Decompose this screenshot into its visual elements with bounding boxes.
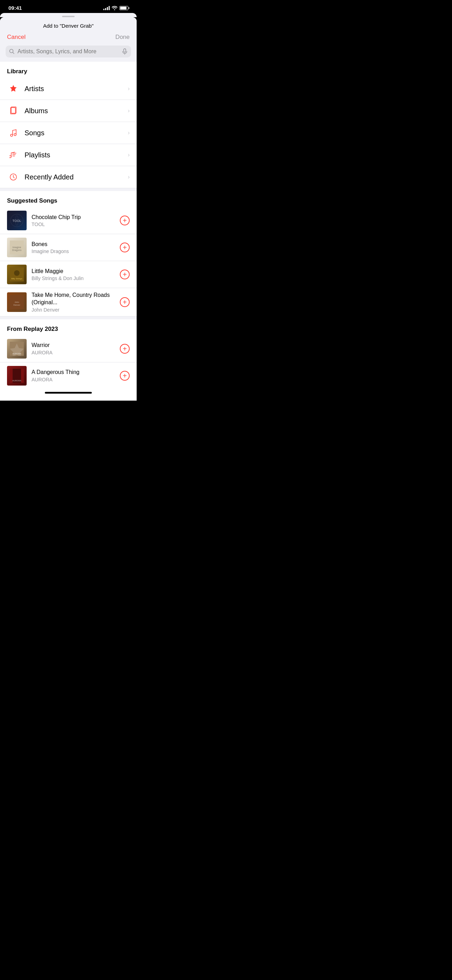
sheet-handle (62, 16, 75, 17)
song-art-little-maggie: Billy Strings (7, 265, 27, 284)
add-song-button[interactable]: + (120, 371, 130, 381)
section-divider (0, 188, 137, 191)
home-bar (45, 392, 92, 394)
svg-text:Imagine: Imagine (13, 246, 21, 249)
song-item-little-maggie[interactable]: Billy Strings Little Maggie Billy String… (0, 261, 137, 288)
svg-text:Billy Strings: Billy Strings (11, 278, 22, 280)
song-item-take-me-home[interactable]: John Denver Take Me Home, Country Roads … (0, 288, 137, 317)
add-song-button[interactable]: + (120, 243, 130, 252)
replay-section-label: From Replay 2023 (0, 319, 137, 336)
svg-text:Dragons: Dragons (12, 249, 22, 252)
chevron-icon: › (128, 174, 130, 180)
song-artist: John Denver (32, 307, 116, 313)
artists-label: Artists (24, 85, 128, 93)
song-artist: AURORA (32, 350, 116, 355)
svg-point-15 (14, 270, 20, 276)
wifi-icon (112, 6, 118, 10)
song-info-warrior: Warrior AURORA (32, 342, 116, 355)
playlists-icon (7, 149, 20, 161)
search-container (0, 46, 137, 62)
song-info-bones: Bones Imagine Dragons (32, 241, 116, 255)
chevron-icon: › (128, 152, 130, 158)
song-title: Little Maggie (32, 268, 116, 275)
artists-icon (7, 83, 20, 95)
song-art-bones: Imagine Dragons (7, 238, 27, 257)
song-item-warrior[interactable]: AURORA Warrior AURORA + (0, 336, 137, 363)
song-title: Warrior (32, 342, 116, 349)
svg-point-2 (12, 87, 14, 89)
signal-bars-icon (103, 6, 110, 10)
chevron-icon: › (128, 108, 130, 114)
song-item-chocolate-chip-trip[interactable]: TOOL Chocolate Chip Trip TOOL + (0, 207, 137, 234)
add-to-playlist-sheet: Add to "Denver Grab" Cancel Done Library (0, 17, 137, 401)
recently-added-icon (7, 171, 20, 183)
search-input[interactable] (18, 48, 119, 55)
song-artist: Billy Strings & Don Julin (32, 275, 116, 281)
add-song-button[interactable]: + (120, 344, 130, 354)
library-item-albums[interactable]: Albums › (0, 100, 137, 122)
status-icons (103, 6, 128, 10)
search-icon (9, 49, 15, 54)
cancel-button[interactable]: Cancel (7, 33, 25, 41)
plus-circle-icon: + (120, 297, 130, 307)
song-art-dangerous-thing: AURORA (7, 366, 27, 385)
plus-circle-icon: + (120, 243, 130, 252)
song-info-little-maggie: Little Maggie Billy Strings & Don Julin (32, 268, 116, 282)
svg-text:AURORA: AURORA (12, 380, 21, 382)
song-item-dangerous-thing[interactable]: AURORA A Dangerous Thing AURORA + (0, 363, 137, 389)
song-art-take-me-home: John Denver (7, 292, 27, 312)
sheet-title: Add to "Denver Grab" (0, 23, 137, 33)
library-item-playlists[interactable]: Playlists › (0, 144, 137, 166)
svg-point-5 (14, 134, 16, 136)
songs-icon (7, 127, 20, 139)
song-title: A Dangerous Thing (32, 369, 116, 376)
content-area: Library Artists › Albums › (0, 62, 137, 389)
plus-circle-icon: + (120, 371, 130, 381)
song-artist: Imagine Dragons (32, 248, 116, 254)
svg-text:TOOL: TOOL (13, 219, 21, 223)
song-item-bones[interactable]: Imagine Dragons Bones Imagine Dragons + (0, 234, 137, 261)
chevron-icon: › (128, 130, 130, 136)
home-indicator (0, 389, 137, 401)
library-item-recently-added[interactable]: Recently Added › (0, 166, 137, 188)
add-song-button[interactable]: + (120, 216, 130, 225)
plus-circle-icon: + (120, 269, 130, 279)
svg-text:Denver: Denver (13, 304, 20, 306)
song-art-warrior: AURORA (7, 339, 27, 359)
svg-text:AURORA: AURORA (12, 353, 21, 355)
svg-rect-1 (124, 49, 126, 52)
add-song-button[interactable]: + (120, 269, 130, 279)
svg-text:John: John (14, 301, 19, 303)
section-divider-2 (0, 317, 137, 319)
time: 09:41 (8, 5, 22, 11)
search-bar[interactable] (6, 46, 131, 57)
suggested-songs-section-label: Suggested Songs (0, 191, 137, 207)
battery-icon (119, 6, 128, 10)
playlists-label: Playlists (24, 151, 128, 159)
song-info-chocolate-chip-trip: Chocolate Chip Trip TOOL (32, 214, 116, 228)
chevron-icon: › (128, 86, 130, 92)
albums-icon (7, 105, 20, 117)
song-title: Bones (32, 241, 116, 248)
library-item-songs[interactable]: Songs › (0, 122, 137, 144)
song-title: Take Me Home, Country Roads (Original... (32, 292, 116, 306)
library-section-label: Library (0, 62, 137, 78)
song-info-take-me-home: Take Me Home, Country Roads (Original...… (32, 292, 116, 313)
song-art-chocolate-chip-trip: TOOL (7, 211, 27, 230)
sheet-handle-area (0, 13, 137, 17)
song-title: Chocolate Chip Trip (32, 214, 116, 221)
microphone-icon[interactable] (122, 48, 127, 55)
song-info-dangerous-thing: A Dangerous Thing AURORA (32, 369, 116, 382)
status-bar: 09:41 (0, 0, 137, 13)
song-artist: AURORA (32, 377, 116, 382)
song-artist: TOOL (32, 221, 116, 227)
add-song-button[interactable]: + (120, 297, 130, 307)
albums-label: Albums (24, 107, 128, 115)
songs-label: Songs (24, 129, 128, 137)
library-item-artists[interactable]: Artists › (0, 78, 137, 100)
sheet-actions: Cancel Done (0, 33, 137, 46)
plus-circle-icon: + (120, 216, 130, 225)
done-button[interactable]: Done (115, 33, 130, 41)
plus-circle-icon: + (120, 344, 130, 354)
sheet-header: Add to "Denver Grab" Cancel Done (0, 17, 137, 46)
